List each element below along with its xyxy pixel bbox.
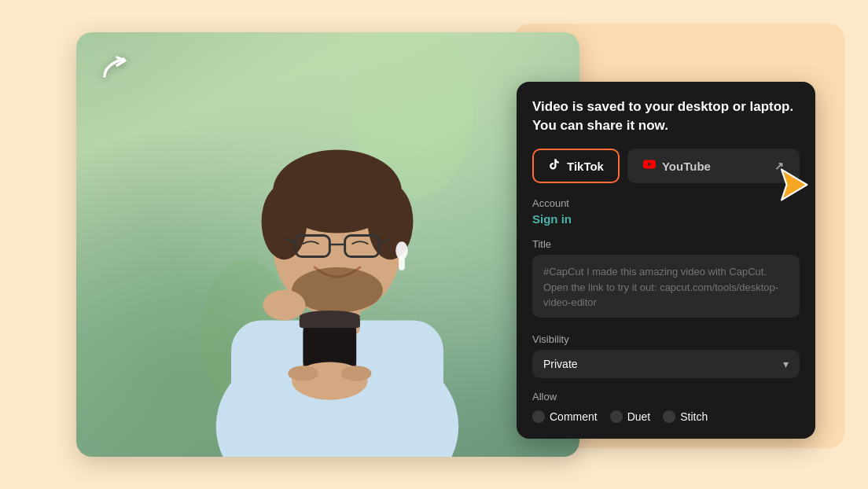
allow-row: Comment Duet Stitch <box>532 410 800 423</box>
tab-row: TikTok YouTube ↗ <box>532 149 800 183</box>
svg-point-23 <box>341 366 372 381</box>
sign-in-link[interactable]: Sign in <box>532 212 800 226</box>
duet-label: Duet <box>627 410 651 423</box>
visibility-select-wrapper: Private Friends Public ▾ <box>532 350 800 378</box>
svg-point-24 <box>263 290 306 321</box>
stitch-label: Stitch <box>680 410 708 423</box>
youtube-label: YouTube <box>662 160 711 173</box>
right-panel: Video is saved to your desktop or laptop… <box>517 82 815 439</box>
comment-checkbox[interactable] <box>532 410 545 423</box>
tiktok-label: TikTok <box>567 160 604 173</box>
account-section: Account Sign in <box>532 197 800 226</box>
visibility-label: Visibility <box>532 333 800 345</box>
svg-rect-20 <box>303 328 357 366</box>
svg-point-14 <box>292 267 383 313</box>
title-section: Title <box>532 238 800 333</box>
allow-item-comment: Comment <box>532 410 598 423</box>
comment-label: Comment <box>550 410 598 423</box>
visibility-section: Visibility Private Friends Public ▾ <box>532 333 800 378</box>
title-label: Title <box>532 238 800 250</box>
allow-item-duet: Duet <box>610 410 651 423</box>
stitch-checkbox[interactable] <box>663 410 675 423</box>
svg-point-22 <box>288 366 318 381</box>
tab-tiktok[interactable]: TikTok <box>532 149 620 183</box>
allow-item-stitch: Stitch <box>663 410 708 423</box>
svg-point-19 <box>300 311 360 322</box>
tiktok-icon <box>548 158 561 174</box>
share-card: Video is saved to your desktop or laptop… <box>517 82 815 439</box>
svg-marker-25 <box>782 170 807 200</box>
share-icon <box>98 54 131 89</box>
account-label: Account <box>532 197 800 209</box>
allow-section: Allow Comment Duet Stitch <box>532 391 800 423</box>
svg-point-7 <box>262 184 307 259</box>
share-card-title: Video is saved to your desktop or laptop… <box>532 97 800 135</box>
visibility-select[interactable]: Private Friends Public <box>532 350 800 378</box>
main-container: Video is saved to your desktop or laptop… <box>0 0 868 489</box>
photo-card <box>76 32 579 457</box>
allow-label: Allow <box>532 391 800 403</box>
svg-rect-16 <box>399 256 405 270</box>
title-input[interactable] <box>532 255 800 318</box>
youtube-icon <box>643 158 656 174</box>
duet-checkbox[interactable] <box>610 410 623 423</box>
cursor-arrow <box>770 163 814 210</box>
